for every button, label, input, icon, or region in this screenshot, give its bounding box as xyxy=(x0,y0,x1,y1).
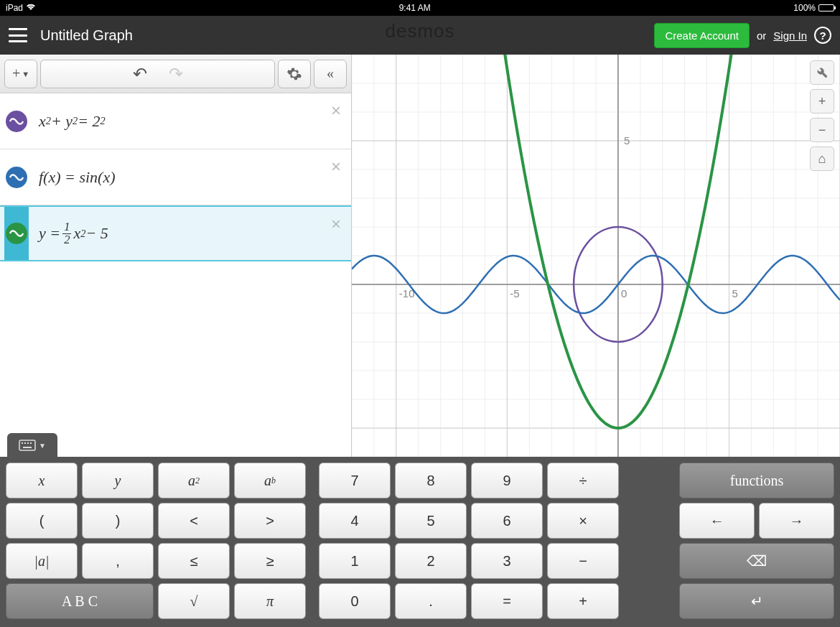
svg-rect-58 xyxy=(27,442,29,444)
numpad-key[interactable]: 7 xyxy=(319,463,391,498)
cursor-left-key[interactable]: ← xyxy=(679,503,755,539)
functions-key[interactable]: functions xyxy=(679,463,834,498)
numpad-key[interactable]: 5 xyxy=(395,503,467,539)
device-label: iPad xyxy=(6,3,23,13)
svg-rect-55 xyxy=(19,440,35,450)
svg-rect-60 xyxy=(23,447,32,448)
symbol-key[interactable]: , xyxy=(82,543,154,579)
collapse-panel-button[interactable]: « xyxy=(314,60,347,88)
battery-percent: 100% xyxy=(793,3,816,13)
numpad-key[interactable]: ÷ xyxy=(547,463,619,498)
desmos-logo: desmos xyxy=(385,20,454,42)
expression-row[interactable]: y = 12x2 − 5 × xyxy=(0,205,351,261)
symbol-key[interactable]: ( xyxy=(6,503,78,539)
symbol-key[interactable]: y xyxy=(82,463,154,498)
add-expression-button[interactable]: +▼ xyxy=(4,60,37,88)
expression-panel: +▼ ↶ ↷ « x2 + y2 = 22 × f(x) = sin(x) × xyxy=(0,55,352,457)
numpad-key[interactable]: 4 xyxy=(319,503,391,539)
delete-expression-icon[interactable]: × xyxy=(331,214,341,234)
symbol-key[interactable]: |a| xyxy=(6,543,78,579)
numpad-key[interactable]: 2 xyxy=(395,543,467,579)
zoom-out-button[interactable]: − xyxy=(810,118,834,142)
or-label: or xyxy=(757,29,766,42)
numpad-key[interactable]: 8 xyxy=(395,463,467,498)
svg-rect-59 xyxy=(30,442,32,444)
delete-expression-icon[interactable]: × xyxy=(331,101,341,121)
sign-in-link[interactable]: Sign In xyxy=(773,29,807,42)
symbol-key[interactable]: ) xyxy=(82,503,154,539)
undo-redo-group: ↶ ↷ xyxy=(40,60,275,88)
math-keyboard: xya2ab()<>|a|,≤≥A B C√π 789÷456×123−0.=+… xyxy=(0,457,840,627)
svg-text:5: 5 xyxy=(732,287,737,299)
symbol-key[interactable]: ≤ xyxy=(158,543,230,579)
keyboard-group-numpad: 789÷456×123−0.=+ xyxy=(319,463,619,621)
menu-icon[interactable] xyxy=(9,28,27,42)
expression-color-tab[interactable] xyxy=(4,93,29,149)
numpad-key[interactable]: × xyxy=(547,503,619,539)
symbol-key[interactable]: a2 xyxy=(158,463,230,498)
home-button[interactable]: ⌂ xyxy=(810,147,834,171)
expression-text[interactable]: f(x) = sin(x) xyxy=(29,168,115,187)
numpad-key[interactable]: 6 xyxy=(471,503,543,539)
wrench-icon[interactable] xyxy=(810,60,834,85)
expression-row[interactable]: x2 + y2 = 22 × xyxy=(0,93,351,149)
graph-settings-button[interactable] xyxy=(278,60,311,88)
keyboard-group-symbols: xya2ab()<>|a|,≤≥A B C√π xyxy=(6,463,306,621)
delete-expression-icon[interactable]: × xyxy=(331,157,341,177)
app-header: Untitled Graph desmos Create Account or … xyxy=(0,16,840,55)
symbol-key[interactable]: x xyxy=(6,463,78,498)
wave-icon xyxy=(6,167,27,188)
symbol-key[interactable]: > xyxy=(234,503,306,539)
main-area: +▼ ↶ ↷ « x2 + y2 = 22 × f(x) = sin(x) × xyxy=(0,55,840,457)
graph-tools: + − ⌂ xyxy=(810,60,834,171)
wave-icon xyxy=(6,111,27,132)
expression-list: x2 + y2 = 22 × f(x) = sin(x) × y = 12x2 … xyxy=(0,93,351,457)
svg-text:0: 0 xyxy=(621,287,627,299)
numpad-key[interactable]: . xyxy=(395,583,467,619)
help-icon[interactable]: ? xyxy=(814,27,831,44)
graph-title[interactable]: Untitled Graph xyxy=(40,27,133,44)
symbol-key[interactable]: π xyxy=(234,583,306,619)
numpad-key[interactable]: 1 xyxy=(319,543,391,579)
expression-toolbar: +▼ ↶ ↷ « xyxy=(0,55,351,93)
expression-color-tab[interactable] xyxy=(4,149,29,205)
abc-key[interactable]: A B C xyxy=(6,583,154,619)
svg-text:-5: -5 xyxy=(510,287,519,299)
numpad-key[interactable]: 9 xyxy=(471,463,543,498)
expression-color-tab[interactable] xyxy=(4,207,29,260)
cursor-right-key[interactable]: → xyxy=(759,503,834,539)
wifi-icon xyxy=(26,3,36,13)
zoom-in-button[interactable]: + xyxy=(810,89,834,113)
keyboard-group-actions: functions ← → ⌫ ↵ xyxy=(679,463,834,621)
symbol-key[interactable]: √ xyxy=(158,583,230,619)
undo-button[interactable]: ↶ xyxy=(133,64,147,84)
ipad-status-bar: iPad 9:41 AM 100% xyxy=(0,0,840,16)
symbol-key[interactable]: < xyxy=(158,503,230,539)
svg-rect-56 xyxy=(22,442,23,444)
expression-row[interactable]: f(x) = sin(x) × xyxy=(0,149,351,205)
clock: 9:41 AM xyxy=(36,3,793,13)
backspace-key[interactable]: ⌫ xyxy=(679,543,834,579)
symbol-key[interactable]: ab xyxy=(234,463,306,498)
svg-text:5: 5 xyxy=(624,134,630,147)
create-account-button[interactable]: Create Account xyxy=(654,23,750,48)
graph-area[interactable]: -10-505105 + − ⌂ xyxy=(352,55,840,457)
numpad-key[interactable]: 0 xyxy=(319,583,391,619)
redo-button[interactable]: ↷ xyxy=(169,64,183,84)
svg-rect-57 xyxy=(24,442,26,444)
numpad-key[interactable]: − xyxy=(547,543,619,579)
expression-text[interactable]: y = 12x2 − 5 xyxy=(29,221,108,246)
battery-icon xyxy=(818,4,834,11)
numpad-key[interactable]: + xyxy=(547,583,619,619)
expression-text[interactable]: x2 + y2 = 22 xyxy=(29,112,106,131)
wave-icon xyxy=(6,223,27,244)
keyboard-toggle[interactable]: ▼ xyxy=(7,433,57,458)
symbol-key[interactable]: ≥ xyxy=(234,543,306,579)
numpad-key[interactable]: = xyxy=(471,583,543,619)
enter-key[interactable]: ↵ xyxy=(679,583,834,619)
numpad-key[interactable]: 3 xyxy=(471,543,543,579)
graph-canvas[interactable]: -10-505105 xyxy=(352,55,840,457)
